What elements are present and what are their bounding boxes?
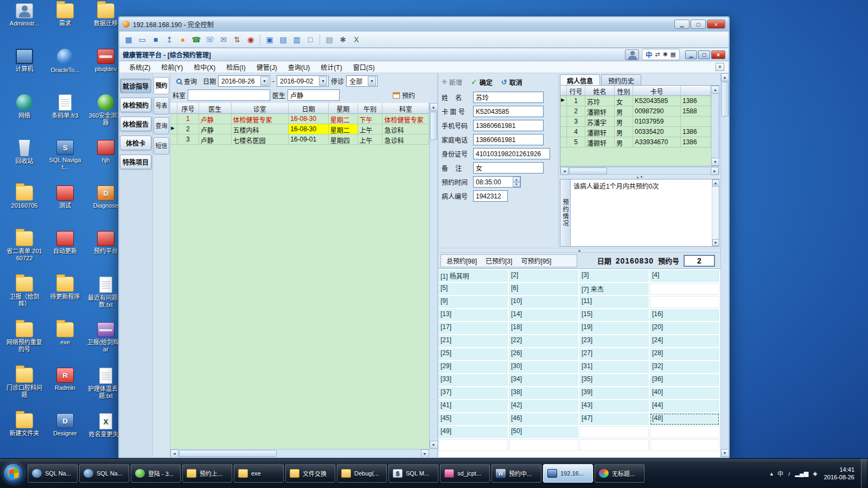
field-input[interactable]: 13860661981 <box>473 120 544 131</box>
slot-cell[interactable]: [15] <box>579 309 649 321</box>
slot-cell[interactable]: [6] <box>509 283 578 295</box>
slot-cell[interactable]: [41] <box>438 400 508 412</box>
slot-cell[interactable]: [1] 杨其明 <box>438 270 508 282</box>
chevron-down-icon[interactable]: ▼ <box>368 76 376 86</box>
taskbar-button[interactable]: SQL Na... <box>28 464 78 483</box>
taskbar-button[interactable]: 登陆 - 3... <box>131 464 181 483</box>
taskbar-button[interactable]: exe <box>234 464 284 483</box>
app-minimize-button[interactable]: ▁ <box>685 50 697 59</box>
side-tab[interactable]: 体检卡 <box>120 136 151 150</box>
schedule-vertical-scrollbar[interactable]: ▲ ▼ <box>429 103 437 449</box>
desktop-icon[interactable]: RRadmin <box>46 368 84 391</box>
slot-cell[interactable] <box>650 283 719 295</box>
field-input[interactable]: 苏玲 <box>473 92 544 103</box>
taskbar-button[interactable]: 文件交换 <box>285 464 335 483</box>
slot-cell[interactable]: [29] <box>438 361 508 373</box>
network-icon[interactable]: ▂▄▆ <box>795 470 809 477</box>
slot-cell[interactable]: [33] <box>438 374 508 386</box>
slot-cell[interactable]: [47] <box>579 413 649 425</box>
taskbar-button[interactable]: 无标题... <box>595 464 644 483</box>
slot-cell[interactable]: [26] <box>509 348 578 360</box>
desktop-icon[interactable]: 条码单.fr3 <box>46 94 84 119</box>
desktop-icon[interactable]: 门诊口腔科问题 <box>5 368 43 398</box>
desktop-icon[interactable]: DDesigner <box>46 413 84 437</box>
menu-item[interactable]: 统计(T) <box>315 61 347 73</box>
scroll-down-icon[interactable]: ▼ <box>712 239 719 246</box>
show-desktop-button[interactable] <box>861 459 867 488</box>
schedule-row[interactable]: 3卢静七楼名医园16-09-01星期四上午急诊科 <box>170 134 429 145</box>
slot-cell[interactable]: [14] <box>509 309 578 321</box>
desktop-icon[interactable]: 待更新程序 <box>46 277 84 300</box>
spin-up-icon[interactable]: ▲ <box>513 177 520 182</box>
slot-cell[interactable]: [4] <box>650 270 719 282</box>
taskbar-button[interactable]: 预约上... <box>182 464 232 483</box>
scroll-down-icon[interactable]: ▼ <box>721 449 729 457</box>
desktop-icon[interactable]: 自动更新 <box>46 231 84 255</box>
ime-keyboard-icon[interactable]: ▦ <box>671 51 676 58</box>
volume-icon[interactable]: ♪ <box>788 470 791 477</box>
monitor-1-icon[interactable]: ▣ <box>264 34 276 46</box>
send-keys-icon[interactable]: ↥ <box>163 34 175 46</box>
desktop-icon[interactable]: exe <box>46 322 84 346</box>
menu-item[interactable]: 窗口(S) <box>348 61 380 73</box>
slot-cell[interactable]: [38] <box>509 387 578 399</box>
chevron-down-icon[interactable]: ▼ <box>319 76 327 86</box>
app-close-button[interactable]: × <box>711 50 725 59</box>
field-input[interactable]: 08:35:00▲▼ <box>473 176 521 188</box>
app-vertical-scrollbar[interactable]: ▲ ▼ <box>720 73 729 457</box>
slot-cell[interactable] <box>509 439 578 451</box>
field-input[interactable]: 1942312 <box>473 190 508 202</box>
monitor-4-icon[interactable]: □ <box>304 34 316 46</box>
desktop-icon[interactable]: 新建文件夹 <box>5 413 43 437</box>
confirm-button[interactable]: ✓ 确定 <box>471 78 493 87</box>
scroll-up-icon[interactable]: ▲ <box>721 73 729 81</box>
slot-cell[interactable]: [36] <box>650 374 719 386</box>
slot-cell[interactable]: [37] <box>438 387 508 399</box>
scroll-down-icon[interactable]: ▼ <box>430 441 438 449</box>
desktop-icon[interactable]: 网络 <box>5 94 43 119</box>
slot-cell[interactable]: [19] <box>579 322 649 334</box>
scroll-up-icon[interactable]: ▲ <box>430 103 438 111</box>
slot-cell[interactable]: [28] <box>650 348 719 360</box>
menu-item[interactable]: 查询(U) <box>283 61 316 73</box>
patient-row[interactable]: 2潘颢轩男009872901588 <box>560 106 711 117</box>
sub-tab[interactable]: 短信 <box>154 137 169 155</box>
cancel-button[interactable]: ↺ 取消 <box>501 78 522 87</box>
radmin-logo-icon[interactable]: ● <box>177 34 189 46</box>
scroll-left-icon[interactable]: ◄ <box>170 450 178 458</box>
desktop-icon[interactable]: 计算机 <box>5 49 43 73</box>
patient-tab[interactable]: 预约历史 <box>601 74 641 85</box>
dept-input[interactable] <box>188 89 270 101</box>
slot-cell[interactable]: [9] <box>438 296 508 308</box>
spin-down-icon[interactable]: ▼ <box>513 182 520 188</box>
slot-cell[interactable]: [22] <box>509 335 578 347</box>
scroll-right-icon[interactable]: ► <box>421 450 429 458</box>
slot-cell[interactable]: [23] <box>579 335 649 347</box>
slot-cell[interactable]: [2] <box>509 270 578 282</box>
ime-lang-indicator[interactable]: 中 <box>646 50 652 59</box>
hidden-icons-button[interactable]: ▴ <box>770 470 774 477</box>
view-stretch-icon[interactable]: ▭ <box>136 34 148 46</box>
ime-mode-icon[interactable]: ⇄ <box>655 51 660 58</box>
patient-vertical-scrollbar[interactable]: ▲ ▼ <box>711 86 719 166</box>
clipboard-icon[interactable]: ▤ <box>323 34 335 46</box>
scroll-thumb[interactable] <box>430 112 437 140</box>
monitor-3-icon[interactable]: ▥ <box>291 34 303 46</box>
slot-cell[interactable] <box>579 426 649 438</box>
text-chat-icon[interactable]: ✉ <box>218 34 229 46</box>
sub-tab[interactable]: 号表 <box>154 97 169 114</box>
taskbar-button[interactable]: W预约中... <box>492 464 541 483</box>
taskbar-button[interactable]: sd_jcpt... <box>440 464 490 483</box>
app-titlebar[interactable]: 健康管理平台 - [综合预约管理] 中⇄✱▦ ▁ ▢ × <box>119 48 729 61</box>
settings-icon[interactable]: ✱ <box>337 34 349 46</box>
scroll-thumb[interactable] <box>179 450 277 457</box>
field-input[interactable]: K52043585 <box>473 106 544 117</box>
menu-item[interactable]: 检中(X) <box>188 61 221 73</box>
slot-cell[interactable]: [3] <box>579 270 649 282</box>
action-center-icon[interactable]: ◈ <box>813 470 817 477</box>
desktop-icon[interactable]: 省二表单 20160722 <box>5 231 43 261</box>
slot-cell[interactable] <box>579 439 649 451</box>
menu-item[interactable]: 检前(Y) <box>156 61 188 73</box>
slot-cell[interactable]: [45] <box>438 413 508 425</box>
slot-cell[interactable]: [40] <box>650 387 719 399</box>
